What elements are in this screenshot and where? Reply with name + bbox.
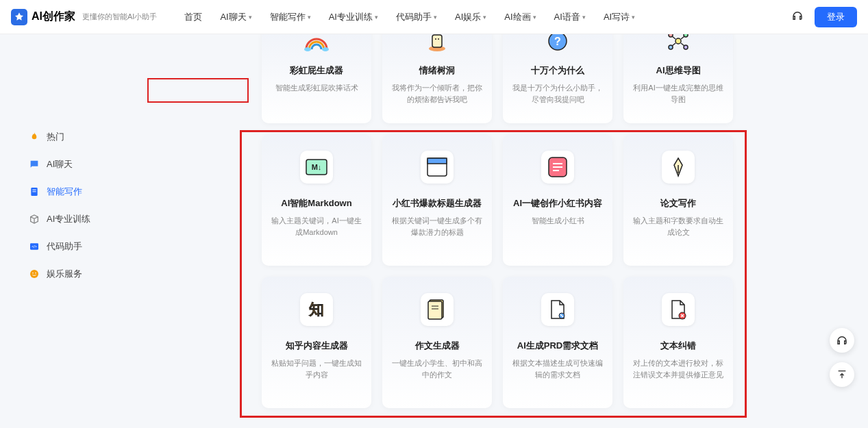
- card-title: AI一键创作小红书内容: [513, 197, 602, 210]
- card-row-top: 彩虹屁生成器 智能生成彩虹屁吹捧话术 情绪树洞 我将作为一个倾听者，把你的烦恼都…: [262, 34, 854, 123]
- prd-icon: [541, 293, 574, 326]
- nav-home[interactable]: 首页: [184, 11, 202, 23]
- nav-entertain[interactable]: AI娱乐▾: [455, 11, 486, 23]
- logo-text: AI创作家: [32, 10, 75, 24]
- nav-voice[interactable]: AI语音▾: [554, 11, 586, 23]
- card-desc: 我将作为一个倾听者，把你的烦恼都告诉我吧: [392, 82, 482, 105]
- card-xhs-content[interactable]: AI一键创作小红书内容 智能生成小红书: [503, 134, 612, 266]
- svg-rect-11: [432, 35, 442, 47]
- card-desc: 智能生成彩虹屁吹捧话术: [275, 82, 358, 94]
- nav-writing[interactable]: 智能写作▾: [270, 11, 311, 23]
- card-prd[interactable]: AI生成PRD需求文档 根据文本描述生成可快速编辑的需求文档: [503, 277, 612, 408]
- pen-icon: [662, 151, 695, 184]
- window-icon: [421, 151, 454, 184]
- back-to-top-button[interactable]: [830, 362, 854, 387]
- card-xhs-title[interactable]: 小红书爆款标题生成器 根据关键词一键生成多个有爆款潜力的标题: [382, 134, 492, 266]
- rainbow-icon: [300, 34, 333, 58]
- card-emotion[interactable]: 情绪树洞 我将作为一个倾听者，把你的烦恼都告诉我吧: [382, 34, 492, 123]
- card-desc: 对上传的文本进行校对，标注错误文本并提供修正意见: [633, 357, 723, 380]
- svg-rect-36: [428, 301, 442, 319]
- smile-icon: [29, 268, 40, 279]
- sidebar-item-training[interactable]: AI专业训练: [0, 205, 158, 233]
- nav-poem[interactable]: AI写诗▾: [604, 11, 635, 23]
- card-correct[interactable]: 文本纠错 对上传的文本进行校对，标注错误文本并提供修正意见: [623, 277, 733, 408]
- nav-chat[interactable]: AI聊天▾: [220, 11, 251, 23]
- sidebar-item-entertain[interactable]: 娱乐服务: [0, 260, 158, 288]
- card-desc: 利用AI一键生成完整的思维导图: [633, 82, 723, 105]
- support-icon[interactable]: [791, 10, 804, 25]
- chevron-down-icon: ▾: [249, 14, 252, 21]
- svg-point-6: [32, 273, 34, 274]
- nav-draw[interactable]: AI绘画▾: [504, 11, 536, 23]
- nav-training[interactable]: AI专业训练▾: [329, 11, 378, 23]
- card-desc: 智能生成小红书: [532, 215, 584, 227]
- sidebar-item-code[interactable]: </> 代码助手: [0, 233, 158, 260]
- sidebar-item-label: 热门: [47, 131, 64, 143]
- card-mindmap[interactable]: AI思维导图 利用AI一键生成完整的思维导图: [623, 34, 733, 123]
- card-rainbow[interactable]: 彩虹屁生成器 智能生成彩虹屁吹捧话术: [262, 34, 371, 123]
- card-row-mid: M↓ AI智能Markdown 输入主题关键词，AI一键生成Markdown 小…: [262, 134, 854, 266]
- sidebar-item-label: 智能写作: [47, 186, 82, 198]
- float-buttons: [830, 328, 854, 387]
- tree-icon: [421, 34, 454, 58]
- card-essay[interactable]: 作文生成器 一键生成小学生、初中和高中的作文: [382, 277, 492, 408]
- card-desc: 输入主题关键词，AI一键生成Markdown: [271, 215, 362, 238]
- sidebar-item-chat[interactable]: AI聊天: [0, 151, 158, 178]
- card-title: 小红书爆款标题生成器: [393, 197, 482, 210]
- svg-point-7: [35, 273, 36, 274]
- nav-code[interactable]: 代码助手▾: [396, 11, 437, 23]
- card-title: 彩虹屁生成器: [290, 64, 343, 77]
- svg-rect-28: [427, 158, 447, 164]
- chevron-down-icon: ▾: [483, 14, 486, 21]
- svg-point-12: [435, 38, 436, 40]
- card-markdown[interactable]: M↓ AI智能Markdown 输入主题关键词，AI一键生成Markdown: [262, 134, 371, 266]
- card-desc: 一键生成小学生、初中和高中的作文: [392, 357, 482, 380]
- card-title: 知乎内容生成器: [286, 340, 348, 352]
- header: AI创作家 更懂你的智能AI小助手 首页 AI聊天▾ 智能写作▾ AI专业训练▾…: [0, 0, 868, 34]
- card-thesis[interactable]: 论文写作 输入主题和字数要求自动生成论文: [623, 134, 733, 266]
- card-why[interactable]: ? 十万个为什么 我是十万个为什么小助手，尽管向我提问吧: [503, 34, 612, 123]
- sidebar-item-label: AI专业训练: [47, 213, 90, 225]
- cube-icon: [29, 214, 40, 225]
- correct-icon: [662, 293, 695, 326]
- logo-icon: [11, 9, 27, 25]
- chevron-down-icon: ▾: [632, 14, 635, 21]
- sidebar-item-writing[interactable]: 智能写作: [0, 178, 158, 205]
- card-desc: 根据文本描述生成可快速编辑的需求文档: [512, 357, 603, 380]
- top-nav: 首页 AI聊天▾ 智能写作▾ AI专业训练▾ 代码助手▾ AI娱乐▾ AI绘画▾…: [184, 11, 791, 23]
- content: 彩虹屁生成器 智能生成彩虹屁吹捧话术 情绪树洞 我将作为一个倾听者，把你的烦恼都…: [158, 34, 868, 428]
- svg-line-21: [672, 36, 675, 39]
- svg-point-16: [675, 38, 681, 44]
- support-float-button[interactable]: [830, 328, 854, 353]
- chevron-down-icon: ▾: [375, 14, 378, 21]
- svg-point-9: [322, 47, 329, 51]
- card-row-bot: 知 知乎内容生成器 粘贴知乎问题，一键生成知乎内容 作文生成器 一键生成小学生、…: [262, 277, 854, 408]
- code-icon: </>: [29, 241, 40, 252]
- markdown-icon: M↓: [300, 151, 333, 184]
- login-button[interactable]: 登录: [815, 7, 857, 27]
- logo[interactable]: AI创作家: [11, 9, 75, 25]
- svg-text:?: ?: [554, 36, 561, 47]
- svg-text:知: 知: [308, 301, 324, 318]
- card-title: 十万个为什么: [531, 64, 584, 77]
- header-right: 登录: [791, 7, 857, 27]
- chevron-down-icon: ▾: [533, 14, 536, 21]
- sidebar-item-hot[interactable]: 热门: [0, 123, 158, 151]
- sidebar-item-label: AI聊天: [47, 158, 73, 171]
- chat-icon: [29, 159, 40, 170]
- card-title: 情绪树洞: [419, 64, 455, 77]
- svg-text:M↓: M↓: [312, 163, 322, 171]
- svg-line-23: [672, 43, 675, 46]
- mindmap-icon: [662, 34, 695, 58]
- card-title: 论文写作: [660, 197, 696, 210]
- card-title: 作文生成器: [415, 340, 460, 352]
- chevron-down-icon: ▾: [308, 14, 311, 21]
- tagline: 更懂你的智能AI小助手: [82, 12, 157, 22]
- chevron-down-icon: ▾: [582, 14, 586, 21]
- svg-rect-2: [32, 191, 36, 192]
- card-title: 文本纠错: [660, 340, 696, 352]
- card-zhihu[interactable]: 知 知乎内容生成器 粘贴知乎问题，一键生成知乎内容: [262, 277, 371, 408]
- sidebar-item-label: 娱乐服务: [47, 268, 82, 280]
- svg-line-24: [681, 43, 684, 46]
- card-desc: 根据关键词一键生成多个有爆款潜力的标题: [392, 215, 482, 238]
